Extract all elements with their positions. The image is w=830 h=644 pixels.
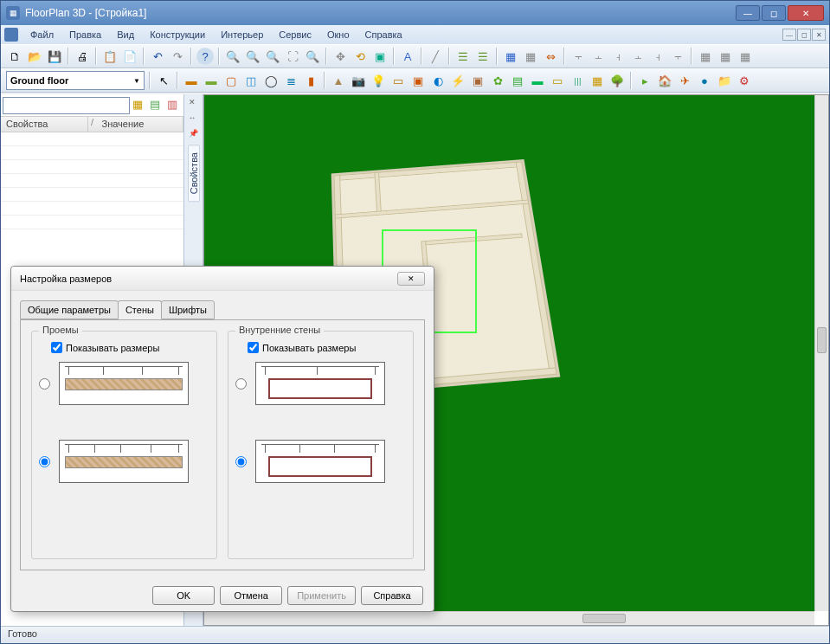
close-button[interactable]: ✕ — [788, 5, 824, 21]
column-icon[interactable]: ▮ — [302, 72, 319, 89]
stairs-icon[interactable]: ≣ — [282, 72, 299, 89]
help-button[interactable]: Справка — [361, 586, 423, 605]
layers-icon[interactable]: ☰ — [454, 48, 472, 65]
plumbing-icon[interactable]: ◐ — [429, 72, 447, 89]
zoom-window-icon[interactable]: 🔍 — [264, 48, 281, 65]
menu-service[interactable]: Сервис — [272, 28, 318, 42]
zoom-in-icon[interactable]: 🔍 — [224, 48, 241, 65]
close-panel-icon[interactable]: ✕ — [189, 98, 199, 108]
menu-edit[interactable]: Правка — [62, 28, 108, 42]
scrollbar-horizontal[interactable] — [204, 611, 814, 625]
radio-input[interactable] — [235, 378, 247, 390]
zoom-fit-icon[interactable]: ⛶ — [284, 48, 301, 65]
menu-file[interactable]: Файл — [23, 28, 61, 42]
settings-icon[interactable]: ⚙ — [736, 72, 753, 89]
tab-walls[interactable]: Стены — [118, 300, 162, 319]
mdi-minimize[interactable]: — — [782, 29, 796, 41]
wall2-icon[interactable]: ▬ — [203, 72, 220, 89]
new-icon[interactable]: 🗋 — [6, 48, 23, 65]
fly-icon[interactable]: ✈ — [676, 72, 693, 89]
tree-icon[interactable]: 🌳 — [608, 72, 626, 89]
pan-icon[interactable]: ✥ — [331, 48, 349, 65]
redo-icon[interactable]: ↷ — [169, 48, 186, 65]
texture-icon[interactable]: ▤ — [509, 72, 526, 89]
text-icon[interactable]: A — [399, 48, 416, 65]
mdi-close[interactable]: ✕ — [812, 29, 826, 41]
inner-option-2[interactable] — [235, 440, 406, 483]
align-c-icon[interactable]: ⫠ — [589, 48, 607, 65]
open-icon[interactable]: 📂 — [26, 48, 43, 65]
tab-fonts[interactable]: Шрифты — [161, 300, 215, 319]
col-properties[interactable]: Свойства — [1, 117, 88, 132]
path-icon[interactable]: ▭ — [549, 72, 566, 89]
filter-icon[interactable]: ▥ — [166, 98, 182, 113]
appliance-icon[interactable]: ▣ — [409, 72, 427, 89]
line-icon[interactable]: ╱ — [427, 48, 444, 65]
ungroup-icon[interactable]: ▦ — [717, 48, 734, 65]
menu-constructions[interactable]: Конструкции — [143, 28, 212, 42]
electric-icon[interactable]: ⚡ — [449, 72, 466, 89]
camera-icon[interactable]: 📷 — [350, 72, 367, 89]
undo-icon[interactable]: ↶ — [149, 48, 166, 65]
mdi-restore[interactable]: ◻ — [797, 29, 811, 41]
light-icon[interactable]: 💡 — [370, 72, 387, 89]
menu-help[interactable]: Справка — [358, 28, 409, 42]
openings-option-2[interactable] — [39, 440, 209, 483]
furniture-icon[interactable]: ▭ — [389, 72, 407, 89]
export-icon[interactable]: 📁 — [716, 72, 733, 89]
sort-icon[interactable]: ▤ — [149, 98, 164, 113]
walk-icon[interactable]: 🏠 — [656, 72, 673, 89]
dim-icon[interactable]: ⇔ — [542, 48, 559, 65]
group-icon[interactable]: ▦ — [697, 48, 714, 65]
snap-icon[interactable]: ▦ — [522, 48, 539, 65]
scrollbar-vertical[interactable] — [814, 95, 828, 611]
rotate-icon[interactable]: ⟲ — [351, 48, 369, 65]
help-icon[interactable]: ? — [196, 48, 214, 65]
paste-icon[interactable]: 📄 — [121, 48, 138, 65]
cancel-button[interactable]: Отмена — [220, 586, 282, 605]
select-icon[interactable]: ↖ — [155, 72, 172, 89]
opening-icon[interactable]: ◯ — [262, 72, 280, 89]
floor-selector[interactable]: Ground floor ▼ — [6, 71, 145, 90]
properties-combo[interactable] — [3, 97, 130, 114]
terrain-icon[interactable]: ▦ — [589, 72, 606, 89]
categorize-icon[interactable]: ▦ — [132, 98, 147, 113]
openings-option-1[interactable] — [39, 362, 209, 405]
tab-properties[interactable]: Свойства — [188, 145, 200, 202]
render-icon[interactable]: ▸ — [636, 72, 653, 89]
wall-icon[interactable]: ▬ — [183, 72, 200, 89]
layers2-icon[interactable]: ☰ — [474, 48, 492, 65]
zoom-prev-icon[interactable]: 🔍 — [304, 48, 321, 65]
copy-icon[interactable]: 📋 — [101, 48, 119, 65]
3d-icon[interactable]: ▣ — [371, 48, 389, 65]
titlebar[interactable]: ▦ FloorPlan 3D - [Стройка1] — ◻ ✕ — [1, 1, 829, 25]
lock-icon[interactable]: ▦ — [737, 48, 754, 65]
menu-view[interactable]: Вид — [110, 28, 141, 42]
grid-icon[interactable]: ▦ — [502, 48, 519, 65]
checkbox-input[interactable] — [51, 342, 62, 353]
fireplace-icon[interactable]: ▣ — [469, 72, 486, 89]
checkbox-show-dims-inner[interactable]: Показывать размеры — [248, 342, 406, 353]
align-b-icon[interactable]: ⫟ — [669, 48, 686, 65]
record-icon[interactable]: ● — [696, 72, 713, 89]
align-t-icon[interactable]: ⫠ — [629, 48, 647, 65]
dialog-close-button[interactable]: ✕ — [397, 272, 425, 286]
door-icon[interactable]: ▢ — [222, 72, 240, 89]
fence-icon[interactable]: ⫼ — [569, 72, 586, 89]
window-icon[interactable]: ◫ — [242, 72, 260, 89]
radio-input[interactable] — [39, 378, 50, 390]
menu-interior[interactable]: Интерьер — [214, 28, 270, 42]
expand-icon[interactable]: ↔ — [189, 113, 199, 124]
checkbox-show-dims-openings[interactable]: Показывать размеры — [51, 342, 209, 353]
maximize-button[interactable]: ◻ — [762, 5, 786, 21]
align-r-icon[interactable]: ⫞ — [609, 48, 627, 65]
apply-button[interactable]: Применить — [287, 586, 356, 605]
align-m-icon[interactable]: ⫞ — [649, 48, 666, 65]
roof-icon[interactable]: ▲ — [330, 72, 347, 89]
save-icon[interactable]: 💾 — [46, 48, 63, 65]
zoom-out-icon[interactable]: 🔍 — [244, 48, 261, 65]
radio-input[interactable] — [39, 456, 50, 467]
ok-button[interactable]: OK — [152, 586, 215, 605]
col-value[interactable]: Значение — [97, 117, 184, 132]
menu-window[interactable]: Окно — [320, 28, 357, 42]
